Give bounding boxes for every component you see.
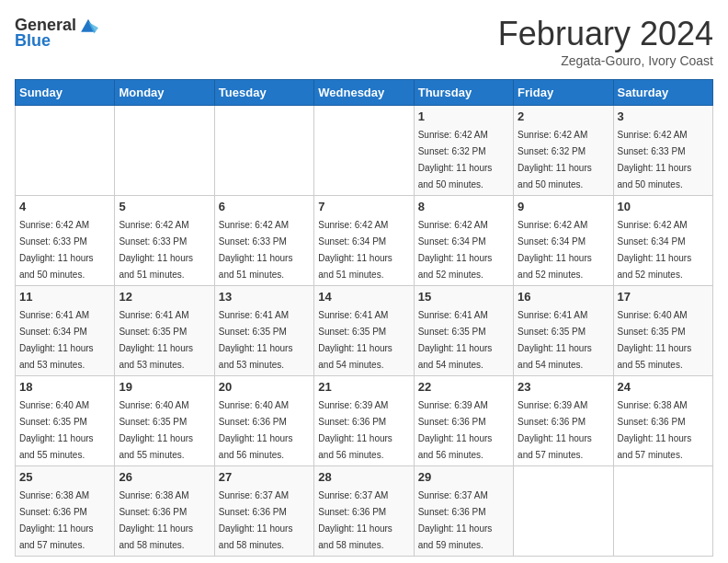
day-info: Sunrise: 6:42 AMSunset: 6:34 PMDaylight:…: [618, 220, 692, 280]
calendar-cell: 26Sunrise: 6:38 AMSunset: 6:36 PMDayligh…: [115, 466, 214, 557]
day-of-week-header: Thursday: [414, 80, 513, 106]
day-info: Sunrise: 6:42 AMSunset: 6:34 PMDaylight:…: [318, 220, 392, 280]
day-info: Sunrise: 6:40 AMSunset: 6:35 PMDaylight:…: [19, 400, 94, 460]
logo-icon: [78, 15, 98, 35]
header: General Blue February 2024 Zegata-Gouro,…: [15, 15, 713, 68]
calendar-cell: 12Sunrise: 6:41 AMSunset: 6:35 PMDayligh…: [115, 286, 214, 376]
title-area: February 2024 Zegata-Gouro, Ivory Coast: [498, 15, 713, 68]
day-info: Sunrise: 6:38 AMSunset: 6:36 PMDaylight:…: [119, 490, 193, 550]
day-number: 10: [618, 200, 709, 213]
logo-blue-text: Blue: [15, 31, 51, 51]
calendar-cell: 18Sunrise: 6:40 AMSunset: 6:35 PMDayligh…: [16, 376, 115, 466]
day-number: 14: [318, 290, 409, 304]
day-number: 23: [518, 380, 609, 394]
day-number: 5: [119, 200, 210, 213]
calendar-cell: 22Sunrise: 6:39 AMSunset: 6:36 PMDayligh…: [414, 376, 513, 466]
month-title: February 2024: [498, 15, 713, 53]
day-of-week-header: Sunday: [16, 80, 115, 106]
day-info: Sunrise: 6:41 AMSunset: 6:35 PMDaylight:…: [318, 310, 392, 370]
day-of-week-header: Monday: [115, 80, 214, 106]
calendar-week-row: 11Sunrise: 6:41 AMSunset: 6:34 PMDayligh…: [16, 286, 713, 376]
calendar-week-row: 18Sunrise: 6:40 AMSunset: 6:35 PMDayligh…: [16, 376, 713, 466]
day-number: 28: [318, 470, 409, 484]
day-number: 13: [219, 290, 310, 304]
day-number: 27: [219, 470, 310, 484]
calendar-cell: 24Sunrise: 6:38 AMSunset: 6:36 PMDayligh…: [613, 376, 712, 466]
calendar-cell: [16, 106, 115, 196]
day-info: Sunrise: 6:41 AMSunset: 6:35 PMDaylight:…: [418, 310, 493, 370]
calendar-cell: 7Sunrise: 6:42 AMSunset: 6:34 PMDaylight…: [314, 196, 414, 286]
calendar-week-row: 1Sunrise: 6:42 AMSunset: 6:32 PMDaylight…: [16, 106, 713, 196]
calendar-cell: 25Sunrise: 6:38 AMSunset: 6:36 PMDayligh…: [16, 466, 115, 557]
calendar-cell: [214, 106, 313, 196]
day-number: 21: [318, 380, 409, 394]
calendar-cell: 28Sunrise: 6:37 AMSunset: 6:36 PMDayligh…: [314, 466, 414, 557]
calendar-cell: [314, 106, 414, 196]
calendar-cell: 17Sunrise: 6:40 AMSunset: 6:35 PMDayligh…: [613, 286, 712, 376]
day-info: Sunrise: 6:42 AMSunset: 6:33 PMDaylight:…: [618, 130, 692, 190]
day-of-week-header: Wednesday: [314, 80, 414, 106]
day-info: Sunrise: 6:38 AMSunset: 6:36 PMDaylight:…: [19, 490, 94, 550]
calendar-cell: 3Sunrise: 6:42 AMSunset: 6:33 PMDaylight…: [613, 106, 712, 196]
calendar-week-row: 25Sunrise: 6:38 AMSunset: 6:36 PMDayligh…: [16, 466, 713, 557]
calendar-cell: 15Sunrise: 6:41 AMSunset: 6:35 PMDayligh…: [414, 286, 513, 376]
day-info: Sunrise: 6:41 AMSunset: 6:35 PMDaylight:…: [518, 310, 592, 370]
day-info: Sunrise: 6:39 AMSunset: 6:36 PMDaylight:…: [418, 400, 493, 460]
day-info: Sunrise: 6:42 AMSunset: 6:34 PMDaylight:…: [518, 220, 592, 280]
day-info: Sunrise: 6:42 AMSunset: 6:33 PMDaylight:…: [219, 220, 293, 280]
day-of-week-header: Saturday: [613, 80, 712, 106]
calendar-cell: 6Sunrise: 6:42 AMSunset: 6:33 PMDaylight…: [214, 196, 313, 286]
calendar-cell: 8Sunrise: 6:42 AMSunset: 6:34 PMDaylight…: [414, 196, 513, 286]
day-number: 24: [618, 380, 709, 394]
day-number: 17: [618, 290, 709, 304]
calendar-cell: [613, 466, 712, 557]
logo: General Blue: [15, 15, 98, 51]
calendar-table: SundayMondayTuesdayWednesdayThursdayFrid…: [15, 79, 713, 557]
day-info: Sunrise: 6:37 AMSunset: 6:36 PMDaylight:…: [318, 490, 392, 550]
day-number: 18: [19, 380, 110, 394]
day-info: Sunrise: 6:37 AMSunset: 6:36 PMDaylight:…: [418, 490, 493, 550]
calendar-cell: 23Sunrise: 6:39 AMSunset: 6:36 PMDayligh…: [514, 376, 613, 466]
day-number: 11: [19, 290, 110, 304]
calendar-cell: 20Sunrise: 6:40 AMSunset: 6:36 PMDayligh…: [214, 376, 313, 466]
calendar-cell: 4Sunrise: 6:42 AMSunset: 6:33 PMDaylight…: [16, 196, 115, 286]
day-info: Sunrise: 6:40 AMSunset: 6:36 PMDaylight:…: [219, 400, 293, 460]
day-info: Sunrise: 6:41 AMSunset: 6:35 PMDaylight:…: [219, 310, 293, 370]
day-info: Sunrise: 6:42 AMSunset: 6:33 PMDaylight:…: [119, 220, 193, 280]
day-info: Sunrise: 6:42 AMSunset: 6:32 PMDaylight:…: [518, 130, 592, 190]
day-number: 20: [219, 380, 310, 394]
day-number: 7: [318, 200, 409, 213]
location-subtitle: Zegata-Gouro, Ivory Coast: [498, 53, 713, 68]
day-info: Sunrise: 6:40 AMSunset: 6:35 PMDaylight:…: [119, 400, 193, 460]
calendar-header-row: SundayMondayTuesdayWednesdayThursdayFrid…: [16, 80, 713, 106]
calendar-cell: [115, 106, 214, 196]
day-number: 4: [19, 200, 110, 213]
calendar-cell: 27Sunrise: 6:37 AMSunset: 6:36 PMDayligh…: [214, 466, 313, 557]
calendar-cell: [514, 466, 613, 557]
day-info: Sunrise: 6:38 AMSunset: 6:36 PMDaylight:…: [618, 400, 692, 460]
day-number: 3: [618, 109, 709, 123]
calendar-cell: 13Sunrise: 6:41 AMSunset: 6:35 PMDayligh…: [214, 286, 313, 376]
day-number: 9: [518, 200, 609, 213]
day-number: 29: [418, 470, 509, 484]
day-number: 15: [418, 290, 509, 304]
calendar-cell: 29Sunrise: 6:37 AMSunset: 6:36 PMDayligh…: [414, 466, 513, 557]
day-info: Sunrise: 6:39 AMSunset: 6:36 PMDaylight:…: [318, 400, 392, 460]
day-info: Sunrise: 6:40 AMSunset: 6:35 PMDaylight:…: [618, 310, 692, 370]
calendar-cell: 16Sunrise: 6:41 AMSunset: 6:35 PMDayligh…: [514, 286, 613, 376]
day-number: 2: [518, 109, 609, 123]
calendar-cell: 2Sunrise: 6:42 AMSunset: 6:32 PMDaylight…: [514, 106, 613, 196]
day-number: 25: [19, 470, 110, 484]
day-number: 8: [418, 200, 509, 213]
day-number: 1: [418, 109, 509, 123]
calendar-cell: 19Sunrise: 6:40 AMSunset: 6:35 PMDayligh…: [115, 376, 214, 466]
calendar-cell: 11Sunrise: 6:41 AMSunset: 6:34 PMDayligh…: [16, 286, 115, 376]
day-of-week-header: Tuesday: [214, 80, 313, 106]
day-info: Sunrise: 6:39 AMSunset: 6:36 PMDaylight:…: [518, 400, 592, 460]
calendar-cell: 14Sunrise: 6:41 AMSunset: 6:35 PMDayligh…: [314, 286, 414, 376]
day-info: Sunrise: 6:37 AMSunset: 6:36 PMDaylight:…: [219, 490, 293, 550]
day-info: Sunrise: 6:41 AMSunset: 6:34 PMDaylight:…: [19, 310, 94, 370]
calendar-cell: 10Sunrise: 6:42 AMSunset: 6:34 PMDayligh…: [613, 196, 712, 286]
day-info: Sunrise: 6:41 AMSunset: 6:35 PMDaylight:…: [119, 310, 193, 370]
day-number: 12: [119, 290, 210, 304]
